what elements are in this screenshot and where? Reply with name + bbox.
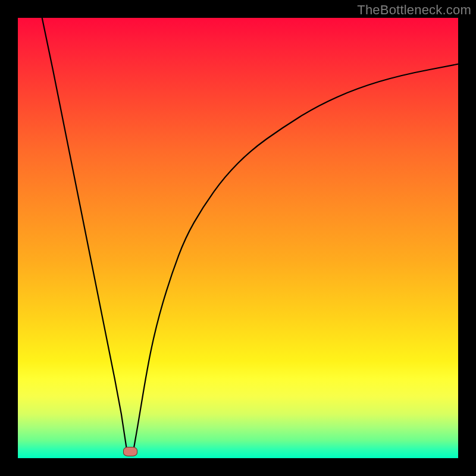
- curve-left-branch: [42, 18, 127, 452]
- watermark-text: TheBottleneck.com: [357, 2, 471, 18]
- outer-frame: TheBottleneck.com: [0, 0, 476, 476]
- min-marker: [123, 447, 137, 456]
- curve-layer: [18, 18, 458, 458]
- plot-area: [18, 18, 458, 458]
- curve-right-branch: [133, 64, 458, 452]
